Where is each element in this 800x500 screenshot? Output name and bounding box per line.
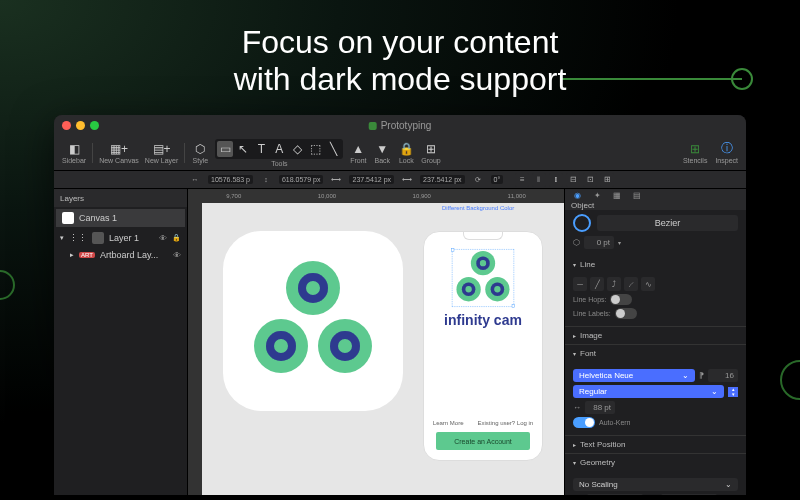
line-tool[interactable]: ╲	[325, 141, 341, 157]
y-icon: ↕	[259, 173, 273, 187]
label: Front	[350, 157, 366, 164]
font-stepper[interactable]: ▴▾	[728, 387, 738, 397]
layers-panel-title: Layers	[54, 189, 187, 207]
layers-sidebar: Layers Canvas 1 ▾ ⋮⋮ Layer 1 👁 🔒 ▸ ART A…	[54, 189, 188, 495]
line-style-icon[interactable]: ─	[573, 277, 587, 291]
geo-y[interactable]: 618.0579 px	[661, 494, 717, 495]
align-icon[interactable]: ⫴	[532, 173, 546, 187]
chevron-right-icon[interactable]: ▸	[70, 251, 74, 259]
canvas-item[interactable]: Canvas 1	[56, 209, 185, 227]
canvas-area[interactable]: 9,700 10,000 10,900 11,000 Different Bac…	[188, 189, 564, 495]
layer-item[interactable]: ▸ ART Artboard Lay... 👁	[54, 247, 187, 263]
group-button[interactable]: ⊞Group	[421, 142, 440, 164]
y-value[interactable]: 618.0579 px	[279, 175, 324, 184]
w-icon: ⟷	[329, 173, 343, 187]
headline-line1: Focus on your content	[0, 24, 800, 61]
selection-outline[interactable]	[452, 249, 514, 307]
pointer-tool[interactable]: ↖	[235, 141, 251, 157]
align-icon[interactable]: ⊟	[566, 173, 580, 187]
stroke-icon: ⬡	[573, 238, 580, 247]
line-style-icon[interactable]: ╱	[590, 277, 604, 291]
align-icon[interactable]: ⊞	[600, 173, 614, 187]
object-tab[interactable]: ◉	[571, 189, 583, 201]
cta-button[interactable]: Create an Account	[436, 432, 530, 450]
x-value[interactable]: 10576.583 p	[208, 175, 253, 184]
inspector-tabs: ◉ ✦ ▦ ▤	[565, 189, 746, 201]
shape-type[interactable]: Bezier	[597, 215, 738, 231]
line-hops-toggle[interactable]	[610, 294, 632, 305]
angle-value[interactable]: 0°	[491, 175, 504, 184]
image-section-header[interactable]: ▸Image	[565, 327, 746, 344]
geometry-section-header[interactable]: ▾Geometry	[565, 454, 746, 471]
headline: Focus on your content with dark mode sup…	[0, 24, 800, 98]
headline-line2: with dark mode support	[0, 61, 800, 98]
line-style-icon[interactable]: ∿	[641, 277, 655, 291]
body: Layers Canvas 1 ▾ ⋮⋮ Layer 1 👁 🔒 ▸ ART A…	[54, 189, 746, 495]
lock-icon[interactable]: 🔒	[172, 234, 181, 242]
learn-more-link[interactable]: Learn More	[433, 420, 464, 426]
stencils-button[interactable]: ⊞Stencils	[683, 142, 708, 164]
h-value[interactable]: 237.5412 px	[420, 175, 465, 184]
inspector-title: Object	[565, 201, 746, 210]
font-section-header[interactable]: ▾Font	[565, 345, 746, 362]
select-tool[interactable]: ▭	[217, 141, 233, 157]
line-style-icon[interactable]: ⤴	[607, 277, 621, 291]
h-icon: ⟷	[400, 173, 414, 187]
new-canvas-button[interactable]: ▦+New Canvas	[99, 142, 139, 164]
lock-button[interactable]: 🔒Lock	[397, 142, 415, 164]
visibility-icon[interactable]: 👁	[173, 251, 181, 260]
layer-item[interactable]: ▾ ⋮⋮ Layer 1 👁 🔒	[54, 229, 187, 247]
align-icon[interactable]: ⫿	[549, 173, 563, 187]
front-button[interactable]: ▲Front	[349, 142, 367, 164]
ruler-horizontal: 9,700 10,000 10,900 11,000	[188, 189, 564, 203]
brand-text[interactable]: infinity cam	[444, 312, 522, 328]
shape-preview[interactable]	[573, 214, 591, 232]
visibility-icon[interactable]: 👁	[159, 234, 167, 243]
window-title: Prototyping	[369, 120, 432, 131]
canvas-content: Different Background Color	[202, 203, 564, 495]
stroke-value[interactable]: 0 pt	[584, 236, 614, 249]
close-button[interactable]	[62, 121, 71, 130]
artboard-phone[interactable]: infinity cam Learn More Existing user? L…	[423, 231, 543, 461]
logo-shape-selected[interactable]	[454, 251, 513, 305]
document-tab[interactable]: ▤	[631, 189, 643, 201]
scaling-select[interactable]: No Scaling⌄	[573, 478, 738, 491]
login-link[interactable]: Existing user? Log in	[477, 420, 533, 426]
auto-kern-toggle[interactable]	[573, 417, 595, 428]
logo-shape[interactable]	[248, 261, 378, 381]
chevron-down-icon[interactable]: ▾	[618, 239, 621, 246]
font-weight-select[interactable]: Regular⌄	[573, 385, 724, 398]
shape-tool[interactable]: ◇	[289, 141, 305, 157]
pen-tool[interactable]: A	[271, 141, 287, 157]
line-style-icon[interactable]: ⟋	[624, 277, 638, 291]
minimize-button[interactable]	[76, 121, 85, 130]
style-button[interactable]: ⬡Style	[191, 142, 209, 164]
line-labels-toggle[interactable]	[615, 308, 637, 319]
canvas-tab[interactable]: ▦	[611, 189, 623, 201]
sidebar-toggle[interactable]: ◧Sidebar	[62, 142, 86, 164]
crop-tool[interactable]: ⬚	[307, 141, 323, 157]
align-icon[interactable]: ⊡	[583, 173, 597, 187]
text-tool[interactable]: T	[253, 141, 269, 157]
inspect-button[interactable]: ⓘInspect	[715, 142, 738, 164]
properties-tab[interactable]: ✦	[591, 189, 603, 201]
label: New Layer	[145, 157, 178, 164]
font-size-value[interactable]: 16	[708, 369, 738, 382]
font-size-icon: ⁋	[699, 371, 704, 380]
font-family-select[interactable]: Helvetica Neue⌄	[573, 369, 695, 382]
geo-x[interactable]: 10576.583 px	[587, 494, 643, 495]
align-icon[interactable]: ≡	[515, 173, 529, 187]
w-value[interactable]: 237.5412 px	[349, 175, 394, 184]
new-layer-button[interactable]: ▤+New Layer	[145, 142, 178, 164]
ruler-vertical	[188, 203, 202, 495]
zoom-button[interactable]	[90, 121, 99, 130]
tools-group: ▭ ↖ T A ◇ ⬚ ╲	[215, 139, 343, 159]
text-position-header[interactable]: ▸Text Position	[565, 436, 746, 453]
spacing-value[interactable]: 88 pt	[585, 401, 615, 414]
line-section-header[interactable]: ▾Line	[565, 256, 746, 273]
separator	[92, 143, 93, 163]
layer-label: Artboard Lay...	[100, 250, 158, 260]
back-button[interactable]: ▼Back	[373, 142, 391, 164]
artboard-icon[interactable]	[223, 231, 403, 411]
chevron-down-icon[interactable]: ▾	[60, 234, 64, 242]
